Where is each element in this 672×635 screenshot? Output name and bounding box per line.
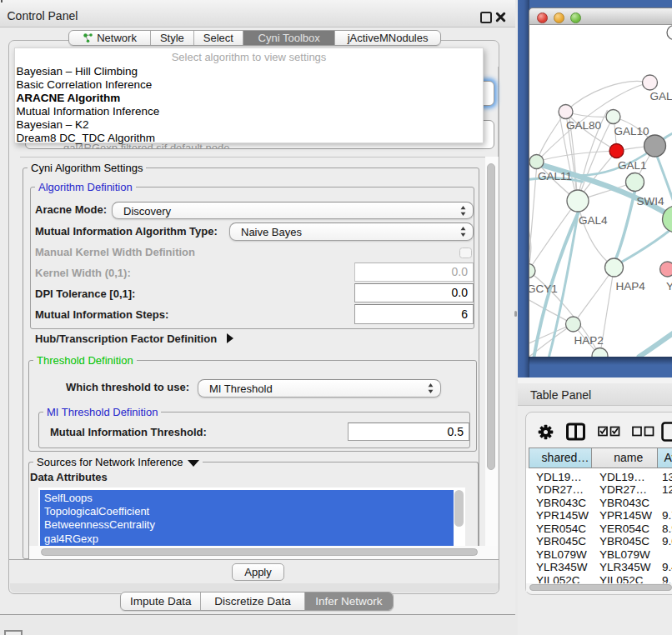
svg-text:HAP2: HAP2	[574, 334, 603, 347]
svg-text:GCY1: GCY1	[529, 282, 558, 295]
svg-text:GAL80: GAL80	[566, 119, 601, 132]
svg-text:HAP4: HAP4	[615, 280, 645, 292]
svg-text:GAL10: GAL10	[614, 125, 649, 138]
svg-text:GAL1: GAL1	[618, 159, 647, 172]
svg-text:GAL7: GAL7	[649, 90, 672, 102]
svg-text:GAL4: GAL4	[579, 214, 608, 227]
svg-text:SWI4: SWI4	[636, 195, 664, 208]
svg-text:GAL11: GAL11	[538, 170, 572, 182]
svg-text:YM: YM	[666, 280, 672, 292]
